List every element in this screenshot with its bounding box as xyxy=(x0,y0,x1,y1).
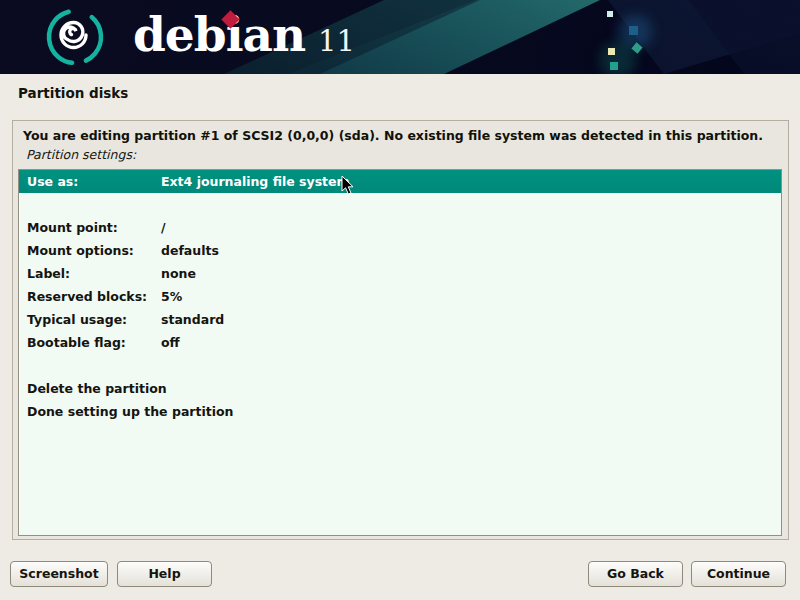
go-back-button[interactable]: Go Back xyxy=(588,561,683,587)
list-item-reserved-blocks[interactable]: Reserved blocks: 5% xyxy=(19,285,781,308)
continue-button[interactable]: Continue xyxy=(691,561,786,587)
setting-label: Label: xyxy=(27,266,161,281)
list-item-done-setting-up[interactable]: Done setting up the partition xyxy=(19,400,781,423)
debian-swirl-logo-icon xyxy=(42,3,108,71)
screenshot-button[interactable]: Screenshot xyxy=(10,561,108,587)
list-item-delete-partition[interactable]: Delete the partition xyxy=(19,377,781,400)
content-frame: You are editing partition #1 of SCSI2 (0… xyxy=(12,120,789,540)
setting-value: Ext4 journaling file system xyxy=(161,174,350,189)
banner-glow xyxy=(600,42,636,74)
setting-value: off xyxy=(161,335,180,350)
setting-label: Reserved blocks: xyxy=(27,289,161,304)
setting-label: Typical usage: xyxy=(27,312,161,327)
setting-value: 5% xyxy=(161,289,182,304)
page-title: Partition disks xyxy=(18,85,128,101)
banner-decoration-square xyxy=(607,11,613,17)
setting-value: none xyxy=(161,266,196,281)
banner-decoration-square xyxy=(610,62,618,70)
list-item-typical-usage[interactable]: Typical usage: standard xyxy=(19,308,781,331)
list-item-label[interactable]: Label: none xyxy=(19,262,781,285)
brand-lockup: debian 11 xyxy=(133,0,355,70)
partition-settings-list: Use as: Ext4 journaling file system Moun… xyxy=(18,169,782,536)
list-spacer-row xyxy=(19,193,781,216)
setting-label: Use as: xyxy=(27,174,161,189)
list-spacer-row xyxy=(19,354,781,377)
installer-window: debian 11 Partition disks You are editin… xyxy=(0,0,800,600)
list-item-mount-point[interactable]: Mount point: / xyxy=(19,216,781,239)
banner: debian 11 xyxy=(0,0,800,74)
action-label: Done setting up the partition xyxy=(27,404,234,419)
list-item-bootable-flag[interactable]: Bootable flag: off xyxy=(19,331,781,354)
setting-label: Bootable flag: xyxy=(27,335,161,350)
setting-value: defaults xyxy=(161,243,219,258)
mouse-cursor-icon xyxy=(341,176,357,196)
list-item-use-as[interactable]: Use as: Ext4 journaling file system xyxy=(19,170,781,193)
setting-value: standard xyxy=(161,312,224,327)
setting-label: Mount options: xyxy=(27,243,161,258)
banner-decoration-square xyxy=(608,48,615,55)
info-message: You are editing partition #1 of SCSI2 (0… xyxy=(23,128,763,143)
partition-settings-label: Partition settings: xyxy=(26,147,136,162)
setting-value: / xyxy=(161,220,166,235)
action-label: Delete the partition xyxy=(27,381,167,396)
brand-name: debian xyxy=(133,0,305,70)
brand-version: 11 xyxy=(318,24,355,58)
list-item-mount-options[interactable]: Mount options: defaults xyxy=(19,239,781,262)
help-button[interactable]: Help xyxy=(117,561,212,587)
banner-decoration-square xyxy=(629,26,638,35)
setting-label: Mount point: xyxy=(27,220,161,235)
